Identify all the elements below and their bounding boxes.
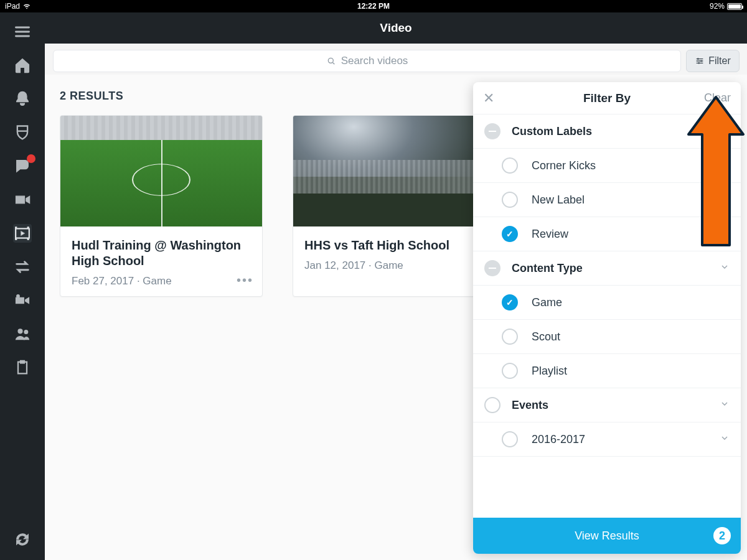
shield-icon[interactable] (13, 123, 32, 142)
menu-icon[interactable] (13, 22, 32, 41)
option-label: New Label (532, 194, 585, 207)
clock: 12:22 PM (357, 2, 390, 11)
device-label: iPad (5, 2, 20, 11)
filter-option-playlist[interactable]: Playlist (473, 354, 741, 388)
record-icon[interactable] (13, 291, 32, 310)
view-results-button[interactable]: View Results 2 (473, 518, 741, 554)
collapse-icon[interactable] (484, 260, 500, 276)
battery-icon (727, 3, 742, 10)
results-count-badge: 2 (713, 527, 731, 544)
svg-point-9 (698, 62, 700, 64)
collapse-icon[interactable] (484, 123, 500, 139)
camera-icon[interactable] (13, 190, 32, 209)
clipboard-icon[interactable] (13, 358, 32, 377)
annotation-arrow (686, 93, 746, 249)
svg-point-6 (328, 58, 333, 63)
filter-option-2016-2017[interactable]: 2016-2017 (473, 422, 741, 457)
radio-unchecked[interactable] (502, 431, 518, 447)
radio-checked[interactable] (502, 294, 518, 310)
more-icon[interactable]: ••• (237, 273, 253, 287)
chevron-down-icon (720, 399, 730, 411)
chat-icon[interactable] (13, 157, 32, 175)
video-thumbnail (60, 116, 262, 226)
svg-point-8 (701, 60, 703, 62)
filter-option-scout[interactable]: Scout (473, 320, 741, 354)
sliders-icon (695, 56, 705, 66)
svg-point-1 (17, 295, 20, 298)
filter-button-label: Filter (708, 55, 731, 67)
option-label: Game (532, 296, 562, 309)
option-label: Scout (532, 330, 560, 343)
section-label: Events (512, 399, 708, 412)
filter-title: Filter By (583, 91, 631, 105)
video-card[interactable]: Hudl Training @ Washington High School F… (60, 115, 263, 297)
filter-button[interactable]: Filter (686, 50, 740, 72)
wifi-icon (22, 1, 31, 12)
search-input[interactable]: Search videos (53, 50, 681, 72)
video-title: Hudl Training @ Washington High School (72, 238, 251, 269)
home-icon[interactable] (13, 56, 32, 75)
radio-unchecked[interactable] (484, 397, 500, 413)
play-icon[interactable] (13, 224, 32, 243)
people-icon[interactable] (13, 325, 32, 343)
sidebar (0, 12, 45, 560)
ios-statusbar: iPad 12:22 PM 92% (0, 0, 747, 12)
option-label: 2016-2017 (532, 433, 706, 446)
chevron-down-icon (720, 433, 730, 446)
video-thumbnail (293, 116, 495, 226)
radio-unchecked[interactable] (502, 157, 518, 174)
video-title: HHS vs Taft High School (304, 238, 484, 253)
section-label: Content Type (512, 262, 708, 275)
filter-option-game[interactable]: Game (473, 286, 741, 320)
sync-icon[interactable] (13, 530, 32, 549)
search-icon (326, 56, 336, 66)
option-label: Review (532, 228, 568, 241)
notification-dot (27, 154, 35, 163)
svg-point-3 (24, 330, 28, 334)
radio-unchecked[interactable] (502, 192, 518, 208)
close-icon[interactable]: ✕ (483, 90, 498, 106)
video-meta: Feb 27, 2017 · Game (72, 275, 251, 287)
option-label: Corner Kicks (532, 159, 596, 172)
page-title-text: Video (380, 21, 411, 35)
filter-section-content-type[interactable]: Content Type (473, 251, 741, 286)
radio-checked[interactable] (502, 226, 518, 242)
page-title: Video (45, 12, 747, 44)
chevron-down-icon (720, 262, 730, 274)
battery-pct: 92% (710, 2, 725, 11)
filter-section-events[interactable]: Events (473, 388, 741, 422)
svg-rect-5 (21, 360, 25, 363)
transfer-icon[interactable] (13, 258, 32, 276)
search-row: Search videos Filter (53, 50, 740, 72)
search-placeholder: Search videos (341, 55, 408, 67)
option-label: Playlist (532, 365, 567, 378)
video-card[interactable]: HHS vs Taft High School Jan 12, 2017 · G… (293, 115, 496, 297)
svg-point-2 (18, 329, 22, 334)
radio-unchecked[interactable] (502, 363, 518, 379)
view-results-label: View Results (575, 530, 639, 543)
bell-icon[interactable] (13, 90, 32, 108)
video-meta: Jan 12, 2017 · Game (304, 259, 484, 272)
svg-point-7 (697, 58, 699, 60)
radio-unchecked[interactable] (502, 329, 518, 345)
